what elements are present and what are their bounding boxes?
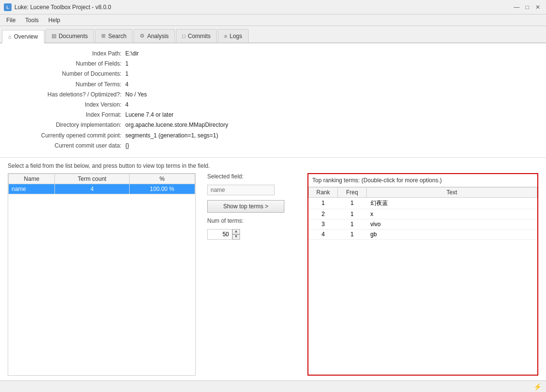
text-cell: gb xyxy=(367,229,537,239)
title-bar: L Luke: Lucene Toolbox Project - v8.0.0 … xyxy=(0,0,546,14)
info-row-user-data: Current commit user data: {} xyxy=(10,141,536,150)
spinner-up-button[interactable]: ▲ xyxy=(232,229,240,234)
info-row-commit-point: Currently opened commit point: segments_… xyxy=(10,131,536,140)
selected-field-input[interactable] xyxy=(207,185,275,195)
col-header-name: Name xyxy=(9,174,55,184)
tab-analysis[interactable]: ⚙ Analysis xyxy=(133,29,175,42)
info-row-dir-impl: Directory implementation: org.apache.luc… xyxy=(10,121,536,130)
logs-tab-icon: ≡ xyxy=(224,33,227,39)
top-terms-panel: Top ranking terms: (Double-click for mor… xyxy=(307,173,538,376)
status-icon: ⚡ xyxy=(533,382,542,392)
window-title: Luke: Lucene Toolbox Project - v8.0.0 xyxy=(14,4,111,11)
search-tab-icon: ⊞ xyxy=(101,33,106,39)
info-row-index-format: Index Format: Lucene 7.4 or later xyxy=(10,110,536,120)
col-header-term-count: Term count xyxy=(55,174,130,184)
middle-panel: Selected field: Show top terms > Num of … xyxy=(203,173,300,376)
window-controls: — □ ✕ xyxy=(512,3,542,12)
tab-documents-label: Documents xyxy=(59,33,88,40)
label-num-docs: Number of Documents: xyxy=(10,69,125,79)
menu-tools[interactable]: Tools xyxy=(21,15,43,25)
tab-commits[interactable]: □ Commits xyxy=(176,29,217,42)
info-row-index-version: Index Version: 4 xyxy=(10,100,536,109)
value-index-format: Lucene 7.4 or later xyxy=(125,110,173,120)
col-header-text: Text xyxy=(367,187,537,197)
top-term-row[interactable]: 3 1 vivo xyxy=(309,219,537,229)
documents-tab-icon: ▤ xyxy=(52,33,56,39)
info-row-deletions: Has deletions? / Optimized?: No / Yes xyxy=(10,90,536,99)
info-section: Index Path: E:\dir Number of Fields: 1 N… xyxy=(0,43,546,158)
analysis-tab-icon: ⚙ xyxy=(140,33,145,39)
overview-tab-icon: ⌂ xyxy=(8,34,12,40)
field-name-cell: name xyxy=(9,184,55,194)
label-num-fields: Number of Fields: xyxy=(10,59,125,68)
label-user-data: Current commit user data: xyxy=(10,141,125,150)
value-index-version: 4 xyxy=(125,100,129,109)
show-top-terms-button[interactable]: Show top terms > xyxy=(207,200,284,213)
num-terms-label: Num of terms: xyxy=(207,217,296,224)
top-terms-header: Top ranking terms: (Double-click for mor… xyxy=(308,174,537,187)
label-index-format: Index Format: xyxy=(10,110,125,120)
col-header-freq: Freq xyxy=(338,187,367,197)
app-icon: L xyxy=(4,3,12,11)
minimize-button[interactable]: — xyxy=(512,3,521,12)
fields-body: Name Term count % name 4 100.00 % xyxy=(8,173,538,376)
field-percent-cell: 100.00 % xyxy=(129,184,195,194)
tab-logs[interactable]: ≡ Logs xyxy=(218,29,248,42)
spinner-wrap: ▲ ▼ xyxy=(232,229,240,240)
num-terms-input[interactable] xyxy=(207,229,232,240)
menu-file[interactable]: File xyxy=(2,15,20,25)
tab-analysis-label: Analysis xyxy=(147,33,169,40)
commits-tab-icon: □ xyxy=(182,33,186,39)
freq-cell: 1 xyxy=(338,229,367,239)
value-commit-point: segments_1 (generation=1, segs=1) xyxy=(125,131,218,140)
label-deletions: Has deletions? / Optimized?: xyxy=(10,90,125,99)
tab-overview[interactable]: ⌂ Overview xyxy=(2,30,44,43)
tab-documents[interactable]: ▤ Documents xyxy=(45,29,94,42)
col-header-rank: Rank xyxy=(309,187,338,197)
field-term-count-cell: 4 xyxy=(55,184,130,194)
tab-overview-label: Overview xyxy=(14,33,38,40)
top-terms-table: Rank Freq Text 1 1 幻夜蓝 2 1 xyxy=(308,187,537,240)
top-term-row[interactable]: 1 1 幻夜蓝 xyxy=(309,197,537,209)
info-row-num-docs: Number of Documents: 1 xyxy=(10,69,536,79)
label-index-version: Index Version: xyxy=(10,100,125,109)
top-term-row[interactable]: 4 1 gb xyxy=(309,229,537,239)
table-row[interactable]: name 4 100.00 % xyxy=(9,184,195,194)
tab-search-label: Search xyxy=(108,33,126,40)
tab-commits-label: Commits xyxy=(188,33,211,40)
main-content: Index Path: E:\dir Number of Fields: 1 N… xyxy=(0,43,546,380)
num-terms-input-wrap: ▲ ▼ xyxy=(207,229,296,240)
fields-section: Select a field from the list below, and … xyxy=(0,158,546,380)
text-cell: x xyxy=(367,209,537,219)
value-index-path: E:\dir xyxy=(125,49,139,58)
tab-search[interactable]: ⊞ Search xyxy=(95,29,133,42)
tab-bar: ⌂ Overview ▤ Documents ⊞ Search ⚙ Analys… xyxy=(0,26,546,43)
fields-table-container: Name Term count % name 4 100.00 % xyxy=(8,173,196,376)
value-num-docs: 1 xyxy=(125,69,129,79)
fields-hint: Select a field from the list below, and … xyxy=(8,162,538,169)
info-row-index-path: Index Path: E:\dir xyxy=(10,49,536,58)
spinner-down-button[interactable]: ▼ xyxy=(232,234,240,240)
status-bar: ⚡ xyxy=(0,380,546,392)
text-cell: vivo xyxy=(367,219,537,229)
tab-logs-label: Logs xyxy=(230,33,242,40)
info-row-num-fields: Number of Fields: 1 xyxy=(10,59,536,68)
restore-button[interactable]: □ xyxy=(523,3,532,12)
label-num-terms: Number of Terms: xyxy=(10,80,125,89)
label-index-path: Index Path: xyxy=(10,49,125,58)
col-header-percent: % xyxy=(129,174,195,184)
close-button[interactable]: ✕ xyxy=(533,3,542,12)
value-dir-impl: org.apache.lucene.store.MMapDirectory xyxy=(125,121,228,130)
title-bar-left: L Luke: Lucene Toolbox Project - v8.0.0 xyxy=(4,3,111,11)
selected-field-label: Selected field: xyxy=(207,173,296,180)
menu-help[interactable]: Help xyxy=(44,15,65,25)
value-num-terms: 4 xyxy=(125,80,129,89)
value-user-data: {} xyxy=(125,141,129,150)
freq-cell: 1 xyxy=(338,197,367,209)
label-commit-point: Currently opened commit point: xyxy=(10,131,125,140)
rank-cell: 3 xyxy=(309,219,338,229)
top-term-row[interactable]: 2 1 x xyxy=(309,209,537,219)
menu-bar: File Tools Help xyxy=(0,14,546,26)
rank-cell: 1 xyxy=(309,197,338,209)
text-cell: 幻夜蓝 xyxy=(367,197,537,209)
